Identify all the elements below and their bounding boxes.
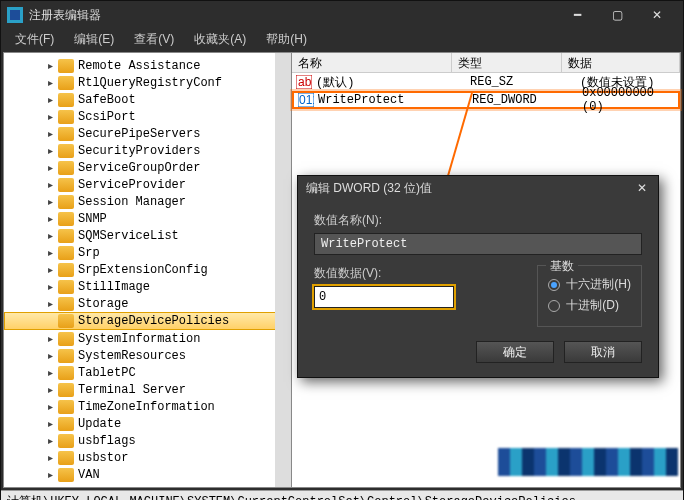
tree-item-usbflags[interactable]: ▸usbflags	[4, 432, 291, 449]
tree-item-label: Remote Assistance	[78, 59, 200, 73]
tree-item-storage[interactable]: ▸Storage	[4, 295, 291, 312]
menu-file[interactable]: 文件(F)	[5, 29, 64, 50]
tree-item-label: ServiceProvider	[78, 178, 186, 192]
expander-icon[interactable]: ▸	[44, 145, 56, 156]
folder-icon	[58, 110, 74, 124]
tree-item-stillimage[interactable]: ▸StillImage	[4, 278, 291, 295]
expander-icon[interactable]: ▸	[44, 264, 56, 275]
tree-item-label: usbflags	[78, 434, 136, 448]
expander-icon[interactable]: ▸	[44, 128, 56, 139]
tree-item-systemresources[interactable]: ▸SystemResources	[4, 347, 291, 364]
expander-icon[interactable]: ▸	[44, 162, 56, 173]
value-name: (默认)	[316, 74, 470, 91]
expander-icon[interactable]: ▸	[44, 435, 56, 446]
tree-item-servicegrouporder[interactable]: ▸ServiceGroupOrder	[4, 159, 291, 176]
tree-item-rtlqueryregistryconf[interactable]: ▸RtlQueryRegistryConf	[4, 74, 291, 91]
value-row[interactable]: 011WriteProtectREG_DWORD0x00000000 (0)	[292, 91, 680, 109]
tree-item-securityproviders[interactable]: ▸SecurityProviders	[4, 142, 291, 159]
menu-favorites[interactable]: 收藏夹(A)	[184, 29, 256, 50]
titlebar: 注册表编辑器 ━ ▢ ✕	[1, 1, 683, 29]
expander-icon[interactable]: ▸	[44, 230, 56, 241]
tree-item-terminal-server[interactable]: ▸Terminal Server	[4, 381, 291, 398]
dialog-close-icon[interactable]: ✕	[634, 181, 650, 195]
tree-item-scsiport[interactable]: ▸ScsiPort	[4, 108, 291, 125]
tree-item-systeminformation[interactable]: ▸SystemInformation	[4, 330, 291, 347]
tree-item-van[interactable]: ▸VAN	[4, 466, 291, 483]
expander-icon[interactable]: ▸	[44, 333, 56, 344]
tree-item-srp[interactable]: ▸Srp	[4, 244, 291, 261]
folder-icon	[58, 76, 74, 90]
minimize-button[interactable]: ━	[557, 1, 597, 29]
tree-item-label: ServiceGroupOrder	[78, 161, 200, 175]
folder-icon	[58, 383, 74, 397]
value-data-input[interactable]	[314, 286, 454, 308]
expander-icon[interactable]: ▸	[44, 247, 56, 258]
menu-view[interactable]: 查看(V)	[124, 29, 184, 50]
expander-icon[interactable]: ▸	[44, 60, 56, 71]
folder-icon	[58, 400, 74, 414]
menubar: 文件(F) 编辑(E) 查看(V) 收藏夹(A) 帮助(H)	[1, 29, 683, 50]
value-data: 0x00000000 (0)	[582, 86, 678, 114]
maximize-button[interactable]: ▢	[597, 1, 637, 29]
col-header-name[interactable]: 名称	[292, 53, 452, 72]
expander-icon[interactable]: ▸	[44, 298, 56, 309]
value-name: WriteProtect	[318, 93, 472, 107]
cancel-button[interactable]: 取消	[564, 341, 642, 363]
expander-icon[interactable]: ▸	[44, 367, 56, 378]
statusbar-path: 计算机\HKEY_LOCAL_MACHINE\SYSTEM\CurrentCon…	[1, 490, 683, 500]
menu-help[interactable]: 帮助(H)	[256, 29, 317, 50]
tree-item-remote-assistance[interactable]: ▸Remote Assistance	[4, 57, 291, 74]
expander-icon[interactable]: ▸	[44, 452, 56, 463]
folder-icon	[58, 451, 74, 465]
expander-icon[interactable]: ▸	[44, 94, 56, 105]
tree-item-label: Srp	[78, 246, 100, 260]
value-type-icon: ab	[296, 75, 312, 89]
folder-icon	[58, 434, 74, 448]
expander-icon[interactable]: ▸	[44, 418, 56, 429]
expander-icon[interactable]: ▸	[44, 213, 56, 224]
tree-item-securepipeservers[interactable]: ▸SecurePipeServers	[4, 125, 291, 142]
radio-hex[interactable]: 十六进制(H)	[548, 276, 631, 293]
expander-icon[interactable]: ▸	[44, 469, 56, 480]
expander-icon[interactable]: ▸	[44, 384, 56, 395]
tree-item-tabletpc[interactable]: ▸TabletPC	[4, 364, 291, 381]
tree-item-label: TabletPC	[78, 366, 136, 380]
tree-item-storagedevicepolicies[interactable]: StorageDevicePolicies	[4, 312, 291, 330]
folder-icon	[58, 349, 74, 363]
folder-icon	[58, 366, 74, 380]
tree-item-sqmservicelist[interactable]: ▸SQMServiceList	[4, 227, 291, 244]
base-legend: 基数	[546, 258, 578, 275]
expander-icon[interactable]: ▸	[44, 350, 56, 361]
close-button[interactable]: ✕	[637, 1, 677, 29]
folder-icon	[58, 332, 74, 346]
tree-item-serviceprovider[interactable]: ▸ServiceProvider	[4, 176, 291, 193]
tree-item-safeboot[interactable]: ▸SafeBoot	[4, 91, 291, 108]
folder-icon	[58, 297, 74, 311]
expander-icon[interactable]: ▸	[44, 77, 56, 88]
expander-icon[interactable]: ▸	[44, 179, 56, 190]
ok-button[interactable]: 确定	[476, 341, 554, 363]
radio-dec[interactable]: 十进制(D)	[548, 297, 631, 314]
tree-item-timezoneinformation[interactable]: ▸TimeZoneInformation	[4, 398, 291, 415]
tree-item-snmp[interactable]: ▸SNMP	[4, 210, 291, 227]
tree-item-session-manager[interactable]: ▸Session Manager	[4, 193, 291, 210]
tree-item-srpextensionconfig[interactable]: ▸SrpExtensionConfig	[4, 261, 291, 278]
expander-icon[interactable]: ▸	[44, 401, 56, 412]
tree-item-update[interactable]: ▸Update	[4, 415, 291, 432]
col-header-type[interactable]: 类型	[452, 53, 562, 72]
expander-icon[interactable]: ▸	[44, 281, 56, 292]
tree-item-usbstor[interactable]: ▸usbstor	[4, 449, 291, 466]
tree-item-label: SNMP	[78, 212, 107, 226]
expander-icon[interactable]: ▸	[44, 196, 56, 207]
svg-rect-1	[10, 10, 20, 20]
menu-edit[interactable]: 编辑(E)	[64, 29, 124, 50]
tree-item-label: RtlQueryRegistryConf	[78, 76, 222, 90]
tree-scrollbar[interactable]	[275, 53, 291, 487]
value-type-icon: 011	[298, 93, 314, 107]
col-header-data[interactable]: 数据	[562, 53, 680, 72]
value-data-label: 数值数据(V):	[314, 265, 519, 282]
tree-item-label: TimeZoneInformation	[78, 400, 215, 414]
edit-dword-dialog: 编辑 DWORD (32 位)值 ✕ 数值名称(N): WriteProtect…	[297, 175, 659, 378]
expander-icon[interactable]: ▸	[44, 111, 56, 122]
value-name-label: 数值名称(N):	[314, 212, 642, 229]
